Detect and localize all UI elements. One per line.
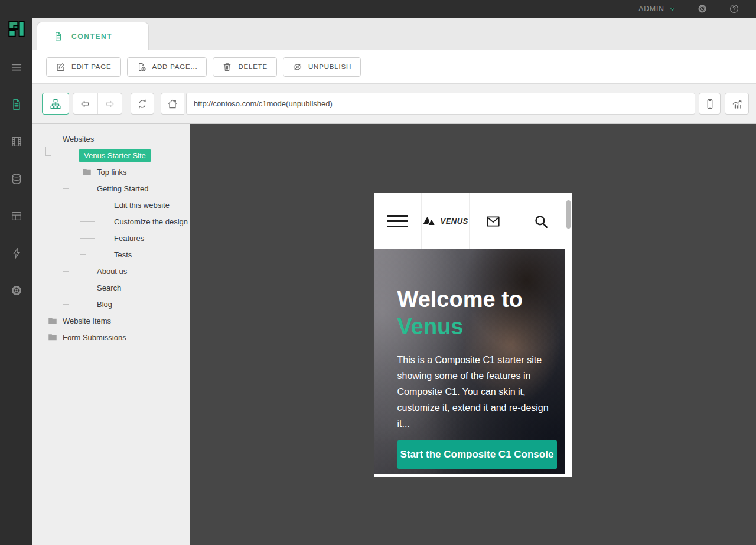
tree-connector (68, 279, 80, 296)
tree-item-venus-starter-site[interactable]: Venus Starter Site (32, 147, 190, 164)
start-console-button[interactable]: Start the Composite C1 Console (397, 440, 557, 469)
layout-icon (10, 210, 23, 223)
chevron-right-icon[interactable] (85, 246, 97, 263)
tree-guide (68, 230, 85, 246)
tree-item-label: Website Items (63, 316, 111, 325)
back-button[interactable] (73, 93, 97, 114)
page-icon (80, 263, 94, 279)
tree-item-features[interactable]: Features (32, 230, 190, 246)
refresh-button[interactable] (131, 93, 154, 115)
sidebar-item-content[interactable] (0, 86, 32, 123)
preview-site-header: VENUS (374, 193, 565, 249)
tab-content[interactable]: CONTENT (37, 22, 149, 50)
tree-guide (51, 263, 68, 279)
tree-item-label: Form Submissions (63, 333, 126, 342)
sidebar-item-functions[interactable] (0, 234, 32, 272)
mobile-preview: VENUS Welcome toVenus This is a Composit… (374, 193, 572, 477)
tree-item-getting-started[interactable]: Getting Started (32, 180, 190, 197)
tree-item-label: Blog (97, 300, 112, 309)
unpublish-button[interactable]: UNPUBLISH (283, 57, 361, 77)
tree-guide (68, 197, 85, 213)
tree-item-website-items[interactable]: Website Items (32, 312, 190, 329)
sidebar-nav (0, 48, 32, 309)
add-page-button[interactable]: ADD PAGE... (127, 57, 207, 77)
preview-search-button[interactable] (517, 193, 565, 249)
tree-item-tests[interactable]: Tests (32, 246, 190, 263)
tree-item-blog[interactable]: Blog (32, 296, 190, 312)
tree-item-edit-this-website[interactable]: Edit this website (32, 197, 190, 213)
search-icon (533, 214, 549, 229)
preview-scrollbar[interactable] (565, 193, 572, 477)
tree-item-label: Venus Starter Site (79, 149, 151, 162)
content-area: WebsitesVenus Starter SiteTop linksGetti… (32, 124, 756, 545)
analytics-button[interactable] (725, 93, 749, 115)
tree-item-websites[interactable]: Websites (32, 130, 190, 147)
chevron-right-icon[interactable] (68, 263, 80, 279)
preview-brand[interactable]: VENUS (422, 193, 470, 249)
sidebar-item-media[interactable] (0, 123, 32, 160)
chevron-down-icon[interactable] (51, 147, 63, 164)
sidebar-item-settings[interactable] (0, 272, 32, 309)
tree-guide (51, 197, 68, 213)
preview-scrollbar-thumb[interactable] (566, 200, 571, 229)
globe-icon (45, 130, 60, 147)
tree-item-top-links[interactable]: Top links (32, 164, 190, 180)
preview-contact-button[interactable] (470, 193, 517, 249)
chevron-right-icon[interactable] (34, 329, 45, 345)
tree-item-label: Tests (114, 250, 132, 259)
tree-guide (34, 180, 51, 197)
toolbar-button-label: DELETE (238, 63, 268, 70)
home-icon (167, 98, 178, 110)
page-icon (97, 213, 111, 230)
tree-item-about-us[interactable]: About us (32, 263, 190, 279)
preview-workspace: VENUS Welcome toVenus This is a Composit… (190, 124, 756, 545)
tree-item-label: Customize the design (114, 217, 188, 226)
page-tree-panel: WebsitesVenus Starter SiteTop linksGetti… (32, 124, 190, 545)
tree-guide (51, 164, 68, 180)
sidebar-item-menu[interactable] (0, 48, 32, 86)
edit-icon (56, 62, 66, 72)
c1-logo-icon[interactable] (8, 20, 25, 38)
tab-label: CONTENT (71, 32, 112, 41)
database-icon (10, 172, 23, 185)
sidebar-item-layout[interactable] (0, 197, 32, 234)
tree-item-customize-the-design[interactable]: Customize the design (32, 213, 190, 230)
tree-guide (34, 246, 51, 263)
tree-item-form-submissions[interactable]: Form Submissions (32, 329, 190, 345)
folder-icon (45, 312, 60, 329)
forward-button[interactable] (97, 93, 122, 114)
address-bar-input[interactable] (186, 93, 695, 115)
tree-item-search[interactable]: Search (32, 279, 190, 296)
hamburger-icon (387, 215, 408, 227)
tree-guide (34, 230, 51, 246)
chevron-down-icon[interactable] (34, 130, 45, 147)
help-icon[interactable] (729, 4, 739, 14)
chevron-right-icon[interactable] (68, 296, 80, 312)
tree-guide (51, 279, 68, 296)
tree-guide (34, 147, 51, 164)
toolbar-button-label: EDIT PAGE (71, 63, 112, 70)
toolbar-button-label: UNPUBLISH (308, 63, 351, 70)
chevron-right-icon[interactable] (34, 312, 45, 329)
chevron-right-icon[interactable] (68, 164, 80, 180)
tree-connector (85, 197, 97, 213)
phone-icon (704, 98, 716, 110)
gear-icon[interactable] (697, 4, 708, 14)
topbar: ADMIN (0, 0, 756, 18)
home-button[interactable] (161, 93, 184, 115)
venus-logo-icon (422, 216, 436, 227)
admin-menu[interactable]: ADMIN (638, 5, 676, 13)
tree-guide (51, 246, 68, 263)
delete-button[interactable]: DELETE (213, 57, 277, 77)
edit-page-button[interactable]: EDIT PAGE (46, 57, 121, 77)
refresh-icon (136, 98, 148, 110)
brand-label: VENUS (440, 217, 468, 226)
eye-slash-icon (292, 62, 302, 72)
device-preview-button[interactable] (699, 93, 721, 115)
sidebar-item-data[interactable] (0, 160, 32, 197)
tree-guide (34, 263, 51, 279)
tree-connector (85, 213, 97, 230)
chevron-down-icon[interactable] (68, 180, 80, 197)
sitemap-toggle-button[interactable] (42, 93, 69, 115)
preview-menu-button[interactable] (374, 193, 422, 249)
